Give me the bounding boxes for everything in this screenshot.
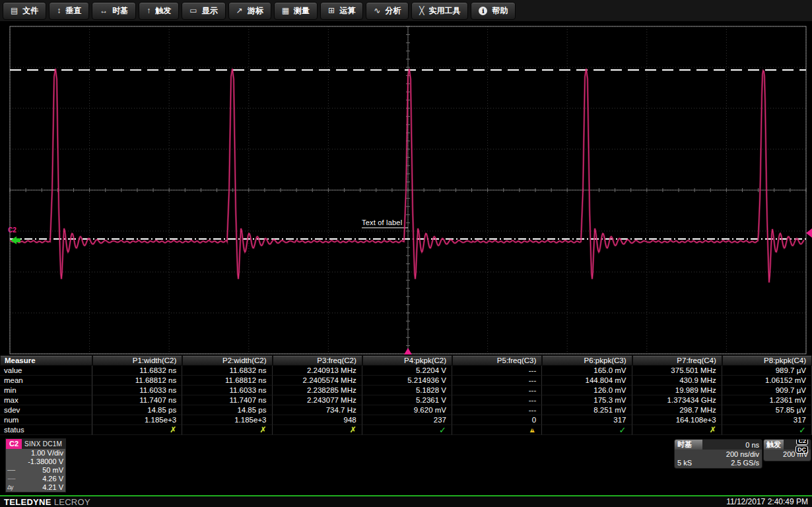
menu-button-display[interactable]: ▭显示 bbox=[182, 2, 225, 20]
measure-column-header[interactable]: P8:pkpk(C4) bbox=[722, 355, 812, 366]
channel-descriptor-row: –·–·50 mV bbox=[6, 466, 65, 475]
measure-mean: 1.06152 mV bbox=[722, 376, 812, 386]
measure-column-header[interactable]: P4:pkpk(C2) bbox=[362, 355, 452, 366]
vertical-icon: ↕ bbox=[57, 7, 61, 15]
status-check-icon: ✓ bbox=[542, 425, 632, 435]
channel-descriptor-value: 50 mV bbox=[42, 466, 63, 474]
display-icon: ▭ bbox=[189, 7, 197, 15]
timebase-panel[interactable]: 时基 0 ns 200 ns/div 5 kS 2.5 GS/s bbox=[675, 440, 762, 468]
waveform-display[interactable]: C2 Text of label bbox=[0, 22, 812, 355]
trigger-title: 触发 bbox=[764, 440, 784, 450]
channel-descriptor-value: -1.38000 V bbox=[28, 457, 63, 465]
channel-descriptor-header: C2 SINX DC1M bbox=[6, 439, 65, 449]
measure-sdev: 14.85 ps bbox=[92, 405, 182, 415]
menu-button-vertical[interactable]: ↕垂直 bbox=[49, 2, 89, 20]
measure-sdev: --- bbox=[452, 405, 542, 415]
menu-button-help[interactable]: i帮助 bbox=[471, 2, 516, 20]
menu-bar: ▤文件↕垂直↔时基↑触发▭显示↗游标▦测量⊞运算∿分析╳实用工具i帮助 bbox=[0, 0, 812, 22]
measure-min: 11.6033 ns bbox=[92, 386, 182, 395]
measure-value: 11.6832 ns bbox=[92, 366, 182, 376]
file-icon: ▤ bbox=[11, 7, 18, 15]
measure-column-header[interactable]: P7:freq(C4) bbox=[632, 355, 722, 366]
menu-button-label: 垂直 bbox=[65, 5, 81, 17]
clock: 11/12/2017 2:40:49 PM bbox=[726, 497, 808, 506]
measure-mean: 5.214936 V bbox=[362, 376, 452, 386]
menu-button-label: 游标 bbox=[248, 5, 263, 17]
brand-logo: TELEDYNE LECROY bbox=[4, 497, 90, 507]
channel-descriptor-value: 4.21 V bbox=[42, 483, 63, 491]
menu-button-cursors[interactable]: ↗游标 bbox=[228, 2, 271, 20]
measure-mean: 11.68812 ns bbox=[182, 376, 272, 386]
measure-value: --- bbox=[452, 366, 542, 376]
measure-column-header[interactable]: P2:width(C2) bbox=[182, 355, 272, 366]
channel-title: SINX DC1M bbox=[24, 440, 62, 448]
measure-max: 11.7407 ns bbox=[182, 395, 272, 405]
channel-descriptor-c2[interactable]: C2 SINX DC1M 1.00 V/div-1.38000 V–·–·50 … bbox=[5, 438, 66, 492]
trigger-panel[interactable]: 触发 C2DC 200 mV bbox=[764, 440, 811, 461]
trigger-icon: ↑ bbox=[147, 7, 151, 15]
descriptor-strip: C2 SINX DC1M 1.00 V/div-1.38000 V–·–·50 … bbox=[0, 436, 812, 495]
measure-mean: 430.9 MHz bbox=[632, 376, 722, 386]
line-style-prefix: –·–· bbox=[7, 466, 15, 475]
menu-button-math[interactable]: ⊞运算 bbox=[320, 2, 363, 20]
measure-value: 11.6832 ns bbox=[182, 366, 272, 376]
menu-button-label: 运算 bbox=[339, 5, 355, 17]
measure-num: 0 bbox=[452, 415, 542, 425]
measure-min: --- bbox=[452, 386, 542, 395]
menu-button-utilities[interactable]: ╳实用工具 bbox=[411, 2, 468, 20]
measure-num: 1.185e+3 bbox=[182, 415, 272, 425]
line-style-prefix: ······ bbox=[7, 475, 15, 483]
measure-mean: --- bbox=[452, 376, 542, 386]
status-check-icon: ✓ bbox=[722, 425, 812, 435]
timebase-delay: 0 ns bbox=[702, 441, 762, 449]
measure-max: 1.373434 GHz bbox=[632, 395, 722, 405]
measure-sdev: 734.7 Hz bbox=[273, 405, 362, 415]
menu-button-trigger[interactable]: ↑触发 bbox=[139, 2, 179, 20]
measure-column-header[interactable]: P3:freq(C2) bbox=[273, 355, 362, 366]
measure-column-header[interactable]: P6:pkpk(C3) bbox=[542, 355, 632, 366]
measure-num: 317 bbox=[542, 415, 632, 425]
status-cross-icon: ✗ bbox=[273, 425, 362, 435]
measure-min: 2.238285 MHz bbox=[273, 386, 362, 395]
measure-mean: 11.68812 ns bbox=[92, 376, 182, 386]
trigger-level-marker[interactable] bbox=[806, 228, 812, 238]
status-check-icon: ✓ bbox=[362, 425, 452, 435]
measure-column-header[interactable]: P1:width(C2) bbox=[92, 355, 182, 366]
measure-num: 164.108e+3 bbox=[632, 415, 722, 425]
measure-num: 1.185e+3 bbox=[92, 415, 182, 425]
measure-min: 5.1828 V bbox=[362, 386, 452, 395]
channel-descriptor-row: ······4.26 V bbox=[6, 475, 65, 483]
menu-button-label: 测量 bbox=[294, 5, 310, 17]
channel-offset-marker-label[interactable]: C2 bbox=[8, 226, 17, 234]
status-warn-icon: ▲! bbox=[452, 425, 542, 435]
line-style-prefix: Δy bbox=[7, 483, 13, 492]
measure-column-header[interactable]: P5:freq(C3) bbox=[452, 355, 542, 366]
trigger-time-marker[interactable] bbox=[404, 348, 412, 355]
measure-max: 2.243077 MHz bbox=[273, 395, 362, 405]
channel-descriptor-row: Δy4.21 V bbox=[6, 483, 65, 492]
measure-sdev: 14.85 ps bbox=[182, 405, 272, 415]
trace-annotation-label[interactable]: Text of label bbox=[362, 219, 402, 226]
timebase-samples: 5 kS bbox=[677, 459, 692, 467]
menu-button-label: 帮助 bbox=[492, 5, 508, 17]
measure-value: 2.240913 MHz bbox=[273, 366, 362, 376]
trigger-source-badge: C2 bbox=[796, 440, 808, 445]
menu-button-analysis[interactable]: ∿分析 bbox=[366, 2, 409, 20]
measure-num: 237 bbox=[362, 415, 452, 425]
measure-mean: 144.804 mV bbox=[542, 376, 632, 386]
menu-button-measure[interactable]: ▦测量 bbox=[274, 2, 318, 20]
utilities-icon: ╳ bbox=[419, 7, 424, 15]
footer-bar: TELEDYNE LECROY 11/12/2017 2:40:49 PM bbox=[0, 496, 812, 507]
menu-button-file[interactable]: ▤文件 bbox=[3, 2, 46, 20]
menu-button-label: 实用工具 bbox=[428, 5, 460, 17]
measure-value: 375.501 MHz bbox=[632, 366, 722, 376]
measure-max: --- bbox=[452, 395, 542, 405]
measure-icon: ▦ bbox=[282, 7, 289, 15]
table-row-label: mean bbox=[0, 376, 92, 386]
menu-button-label: 时基 bbox=[112, 5, 128, 17]
channel-descriptor-row: -1.38000 V bbox=[6, 457, 65, 466]
measure-sdev: 9.620 mV bbox=[362, 405, 452, 415]
trigger-level: 200 mV bbox=[783, 450, 808, 459]
menu-button-timebase[interactable]: ↔时基 bbox=[92, 2, 136, 20]
help-icon: i bbox=[479, 7, 487, 15]
